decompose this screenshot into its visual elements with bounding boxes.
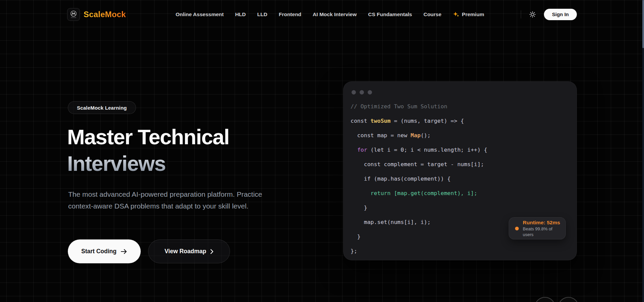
start-coding-label: Start Coding <box>81 248 117 255</box>
hero-description: The most advanced AI-powered preparation… <box>68 188 286 212</box>
nav-divider <box>521 10 521 18</box>
window-dot <box>368 90 372 95</box>
nav-item-frontend[interactable]: Frontend <box>279 11 301 17</box>
runtime-beats: Beats 99.8% of users <box>523 226 561 237</box>
sparkles-icon <box>453 11 459 17</box>
page-title: Master Technical Interviews <box>67 124 229 177</box>
navbar-right: Sign In <box>521 9 577 20</box>
main-nav-premium: Premium <box>453 11 484 17</box>
scalemock-logo-icon <box>67 8 80 21</box>
scrollbar-thumb[interactable] <box>642 0 644 48</box>
theme-toggle-button[interactable] <box>528 10 537 19</box>
navbar: ScaleMock Online AssessmentHLDLLDFronten… <box>0 0 644 29</box>
scrollbar[interactable] <box>642 0 644 302</box>
sign-in-button[interactable]: Sign In <box>544 9 577 20</box>
page-title-line2: Interviews <box>67 150 229 177</box>
brand[interactable]: ScaleMock <box>67 8 126 21</box>
hero-badge: ScaleMock Learning <box>68 101 136 114</box>
nav-item-hld[interactable]: HLD <box>235 11 246 17</box>
code-line: const map = new Map(); <box>351 128 569 143</box>
code-line: if (map.has(complement)) { <box>351 172 569 186</box>
status-dot-icon <box>515 227 519 230</box>
main-nav: Online AssessmentHLDLLDFrontendAI Mock I… <box>176 11 442 17</box>
nav-item-premium-label: Premium <box>462 11 484 17</box>
window-dot <box>352 90 356 95</box>
code-editor-card: // Optimized Two Sum Solutionconst twoSu… <box>343 81 577 260</box>
arrow-right-icon <box>121 249 127 254</box>
decorative-circle <box>558 297 579 302</box>
window-dot <box>360 90 364 95</box>
decorative-circle <box>535 297 555 302</box>
sun-icon <box>529 11 536 18</box>
page-title-line1: Master Technical <box>67 124 229 150</box>
code-line: } <box>351 200 569 215</box>
view-roadmap-button[interactable]: View Roadmap <box>148 239 230 263</box>
brand-name: ScaleMock <box>84 10 126 19</box>
hero-cta-group: Start Coding View Roadmap <box>68 239 230 263</box>
nav-item-lld[interactable]: LLD <box>257 11 267 17</box>
runtime-badge: Runtime: 52ms Beats 99.8% of users <box>509 217 566 239</box>
code-line: for (let i = 0; i < nums.length; i++) { <box>351 143 569 157</box>
runtime-value: Runtime: 52ms <box>523 219 561 226</box>
code-line: const complement = target - nums[i]; <box>351 157 569 172</box>
nav-item-online-assessment[interactable]: Online Assessment <box>176 11 224 17</box>
page-background: ScaleMock Online AssessmentHLDLLDFronten… <box>0 0 644 302</box>
code-line: const twoSum = (nums, target) => { <box>351 114 569 128</box>
code-line: }; <box>351 244 569 258</box>
code-line: // Optimized Two Sum Solution <box>351 99 569 114</box>
view-roadmap-label: View Roadmap <box>165 248 206 255</box>
nav-item-premium[interactable]: Premium <box>453 11 484 17</box>
runtime-text: Runtime: 52ms Beats 99.8% of users <box>523 219 561 237</box>
start-coding-button[interactable]: Start Coding <box>68 239 141 263</box>
window-controls <box>351 90 569 95</box>
nav-item-cs-fundamentals[interactable]: CS Fundamentals <box>368 11 412 17</box>
nav-item-ai-mock-interview[interactable]: AI Mock Interview <box>313 11 357 17</box>
nav-item-course[interactable]: Course <box>423 11 441 17</box>
chevron-right-icon <box>210 249 214 254</box>
code-line: return [map.get(complement), i]; <box>351 186 569 200</box>
